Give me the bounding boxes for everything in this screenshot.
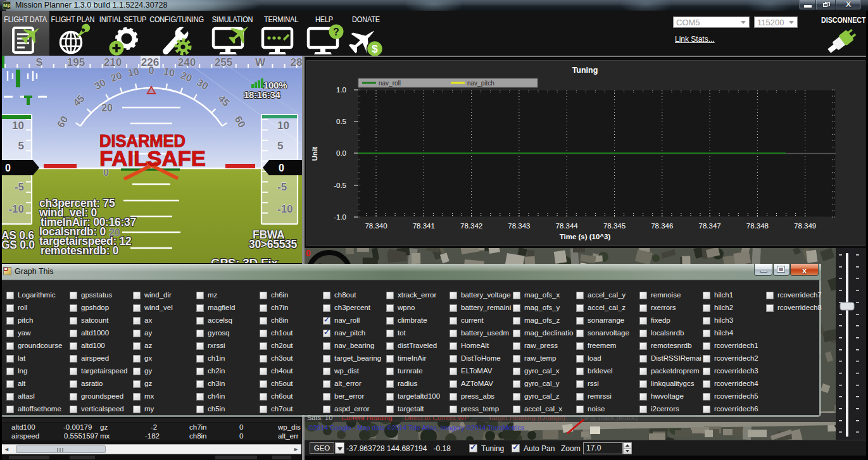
svg-text:78.341: 78.341 [413,222,435,230]
svg-text:78.344: 78.344 [556,222,579,230]
svg-text:78.342: 78.342 [460,222,482,230]
svg-text:S: S [35,56,42,68]
svg-text:nav_pitch: nav_pitch [467,80,494,87]
svg-text:78.349: 78.349 [794,222,816,230]
svg-text:20: 20 [101,103,113,113]
svg-text:210: 210 [104,56,122,68]
svg-text:10: 10 [277,120,289,132]
svg-text:0.0: 0.0 [336,149,346,157]
svg-text:GS 0.0: GS 0.0 [1,239,35,251]
svg-text:78.347: 78.347 [699,222,721,230]
svg-text:-10: -10 [8,203,24,215]
svg-text:78.343: 78.343 [508,222,530,230]
svg-text:78.348: 78.348 [746,222,769,230]
svg-text:Unit: Unit [311,147,318,161]
svg-text:5: 5 [18,140,24,152]
svg-text:10: 10 [12,120,24,132]
svg-text:?: ? [333,27,339,37]
svg-text:240: 240 [178,56,196,68]
svg-text:W: W [255,56,266,68]
svg-text:-10: -10 [277,203,293,215]
svg-text:-0.5: -0.5 [334,182,346,189]
svg-text:Time (s) (10^3): Time (s) (10^3) [560,233,611,240]
svg-text:255: 255 [215,56,232,68]
svg-text:nav_roll: nav_roll [379,80,401,87]
svg-text:-1.0: -1.0 [334,213,346,221]
svg-text:-5: -5 [15,181,24,193]
svg-text:remotesnrdb: 0: remotesnrdb: 0 [41,244,119,257]
svg-text:78.345: 78.345 [603,222,626,230]
svg-text:10: 10 [163,66,176,78]
svg-text:0: 0 [279,163,284,173]
svg-text:195: 195 [67,56,85,68]
svg-text:10: 10 [127,66,141,78]
svg-text:©2014 Google - Map data ©2014: ©2014 Google - Map data ©2014 Tele Atlas… [308,424,524,432]
svg-text:0: 0 [5,163,11,173]
svg-text:Tuning: Tuning [572,66,598,75]
svg-text:5: 5 [277,140,283,152]
svg-text:-5: -5 [277,181,287,193]
svg-text:0: 0 [306,248,311,258]
svg-text:28: 28 [291,56,302,68]
svg-text:30>65535: 30>65535 [249,238,298,251]
svg-text:18:16:34: 18:16:34 [244,89,281,100]
svg-text:$: $ [372,43,378,55]
svg-text:1.0: 1.0 [336,86,346,94]
svg-text:78.340: 78.340 [365,222,387,230]
svg-text:0.5: 0.5 [336,118,346,125]
svg-text:0: 0 [149,65,154,76]
svg-text:FAILSAFE: FAILSAFE [99,146,206,170]
svg-text:GPS: 3D Fix: GPS: 3D Fix [211,256,278,263]
svg-text:78.346: 78.346 [651,222,673,230]
